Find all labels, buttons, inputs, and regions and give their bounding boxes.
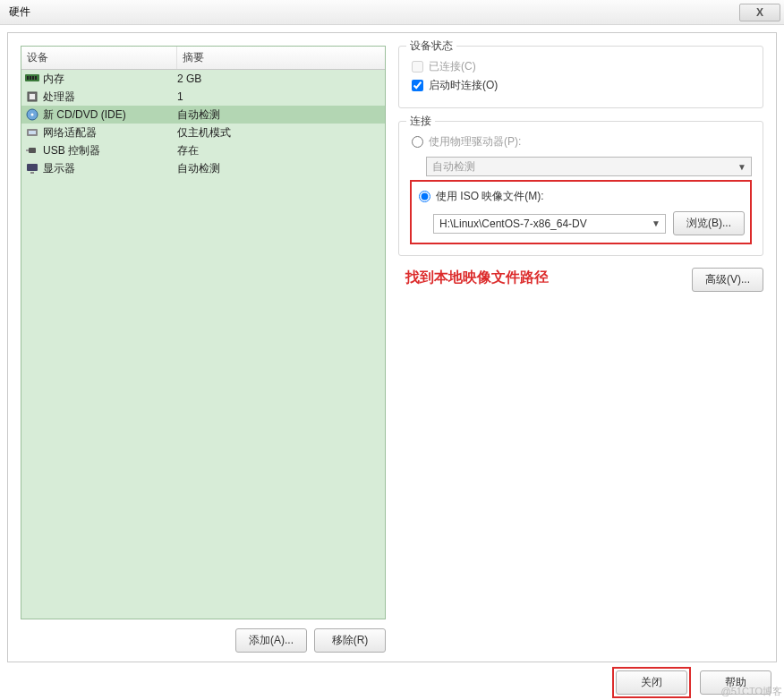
use-iso-label: 使用 ISO 映像文件(M): [436, 189, 544, 204]
device-table: 设备 摘要 内存2 GB处理器1新 CD/DVD (IDE)自动检测网络适配器仅… [21, 46, 386, 619]
device-name: USB 控制器 [43, 143, 100, 158]
window-close-button[interactable]: X [739, 4, 780, 21]
table-row[interactable]: 内存2 GB [21, 70, 385, 88]
iso-highlight-box: 使用 ISO 映像文件(M): H:\Linux\CentOS-7-x86_64… [410, 180, 752, 244]
advanced-button[interactable]: 高级(V)... [692, 268, 763, 292]
column-header-summary[interactable]: 摘要 [177, 47, 385, 69]
cpu-icon [25, 90, 39, 104]
device-name: 新 CD/DVD (IDE) [43, 107, 126, 123]
physical-drive-value: 自动检测 [432, 159, 475, 175]
close-icon: X [756, 6, 763, 19]
column-header-device[interactable]: 设备 [21, 47, 177, 69]
svg-rect-13 [27, 164, 38, 171]
table-row[interactable]: 新 CD/DVD (IDE)自动检测 [21, 106, 385, 124]
connect-at-poweron-row[interactable]: 启动时连接(O) [412, 78, 752, 93]
table-row[interactable]: USB 控制器存在 [21, 141, 385, 159]
device-summary: 自动检测 [177, 107, 381, 123]
table-row[interactable]: 处理器1 [21, 88, 385, 106]
connect-at-poweron-label: 启动时连接(O) [429, 78, 498, 93]
device-name: 网络适配器 [43, 125, 97, 141]
disc-icon [25, 107, 39, 122]
hardware-panel: 设备 摘要 内存2 GB处理器1新 CD/DVD (IDE)自动检测网络适配器仅… [7, 32, 777, 662]
close-button[interactable]: 关闭 [616, 670, 687, 695]
use-iso-row[interactable]: 使用 ISO 映像文件(M): [419, 189, 745, 204]
titlebar: 硬件 X [0, 0, 784, 25]
device-settings-column: 设备状态 已连接(C) 启动时连接(O) 连接 使用物理驱动器(P): 自动检测… [398, 46, 763, 653]
connected-checkbox-row: 已连接(C) [412, 59, 752, 74]
device-name: 显示器 [43, 161, 75, 176]
svg-rect-10 [29, 131, 36, 134]
device-summary: 仅主机模式 [177, 125, 381, 141]
memory-icon [25, 72, 39, 86]
device-list-column: 设备 摘要 内存2 GB处理器1新 CD/DVD (IDE)自动检测网络适配器仅… [21, 46, 386, 653]
svg-rect-14 [30, 172, 34, 174]
chevron-down-icon: ▼ [737, 162, 747, 172]
physical-drive-combo: 自动检测 ▼ [426, 157, 752, 176]
connected-label: 已连接(C) [429, 59, 476, 74]
svg-rect-4 [35, 76, 37, 80]
watermark: @51CTO博客 [721, 685, 782, 698]
browse-button[interactable]: 浏览(B)... [673, 211, 745, 235]
use-physical-drive-row[interactable]: 使用物理驱动器(P): [412, 134, 752, 149]
device-name: 内存 [43, 72, 64, 87]
device-name: 处理器 [43, 90, 75, 105]
device-status-legend: 设备状态 [406, 38, 456, 54]
use-iso-radio[interactable] [419, 191, 430, 202]
svg-rect-12 [26, 149, 29, 151]
svg-rect-11 [29, 148, 36, 153]
usb-icon [25, 143, 39, 158]
display-icon [25, 161, 39, 175]
chevron-down-icon[interactable]: ▼ [651, 218, 661, 228]
device-status-group: 设备状态 已连接(C) 启动时连接(O) [398, 46, 763, 108]
iso-path-combo[interactable]: H:\Linux\CentOS-7-x86_64-DV ▼ [433, 214, 666, 234]
svg-point-8 [31, 114, 34, 116]
table-row[interactable]: 显示器自动检测 [21, 159, 385, 177]
dialog-button-bar: 关闭 帮助 [0, 664, 784, 700]
device-table-header: 设备 摘要 [21, 47, 385, 70]
connected-checkbox [412, 61, 423, 73]
svg-rect-2 [30, 76, 31, 80]
device-summary: 存在 [177, 143, 381, 158]
close-highlight-box: 关闭 [612, 667, 691, 698]
network-icon [25, 125, 39, 140]
svg-rect-1 [27, 76, 29, 80]
iso-path-value: H:\Linux\CentOS-7-x86_64-DV [439, 218, 587, 230]
svg-rect-3 [32, 76, 34, 80]
connection-legend: 连接 [406, 114, 435, 129]
svg-rect-6 [30, 94, 35, 99]
device-summary: 1 [177, 90, 381, 103]
table-row[interactable]: 网络适配器仅主机模式 [21, 124, 385, 141]
device-table-body: 内存2 GB处理器1新 CD/DVD (IDE)自动检测网络适配器仅主机模式US… [21, 70, 385, 619]
use-physical-drive-label: 使用物理驱动器(P): [429, 134, 521, 149]
device-buttons: 添加(A)... 移除(R) [21, 628, 386, 653]
device-summary: 自动检测 [177, 161, 381, 176]
add-button[interactable]: 添加(A)... [235, 628, 307, 653]
connection-group: 连接 使用物理驱动器(P): 自动检测 ▼ 使用 ISO 映像文件(M): [398, 121, 763, 256]
use-physical-drive-radio[interactable] [412, 136, 423, 148]
connect-at-poweron-checkbox[interactable] [412, 80, 423, 91]
window-title: 硬件 [9, 4, 30, 20]
device-summary: 2 GB [177, 73, 381, 85]
remove-button[interactable]: 移除(R) [314, 628, 386, 653]
